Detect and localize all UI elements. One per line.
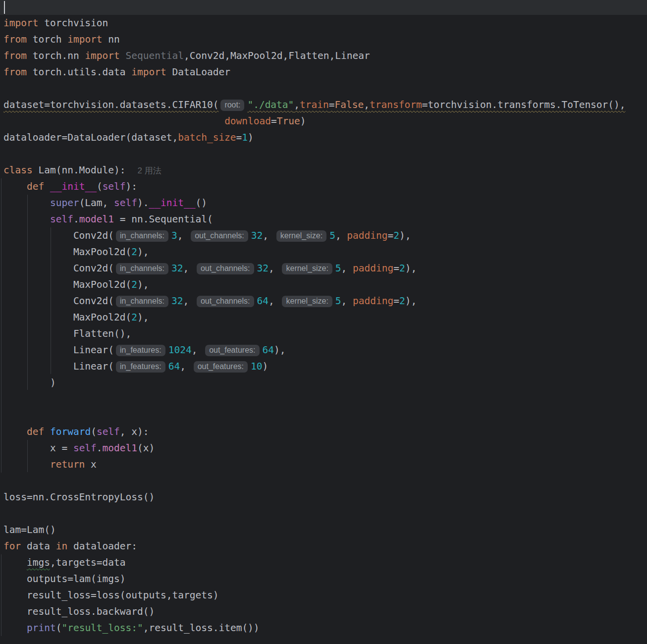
code-token: from — [3, 50, 27, 61]
code-token: import — [67, 34, 102, 45]
code-token: Linear( — [3, 361, 114, 372]
code-token: ) — [263, 361, 269, 372]
code-token: = nn.Sequential( — [114, 214, 213, 225]
code-token: Lam(nn.Module): — [33, 164, 126, 176]
code-token: dataloader: — [67, 540, 137, 552]
code-token: 1024 — [168, 344, 192, 356]
code-token: = — [329, 99, 335, 110]
code-line: class Lam(nn.Module):2 用法 — [0, 162, 647, 178]
code-line: MaxPool2d(2), — [0, 276, 647, 293]
code-line: Linear(in_features:64, out_features:10) — [0, 358, 647, 375]
code-token: 64 — [257, 295, 269, 307]
code-token: 5 — [329, 230, 335, 241]
code-token: Flatten(), — [3, 328, 131, 339]
code-token: from — [3, 34, 27, 45]
code-token: DataLoader — [166, 66, 230, 78]
code-token: "./data" — [247, 99, 294, 110]
code-token: self — [103, 181, 126, 192]
code-token: 3 — [171, 230, 177, 241]
code-token: 64 — [263, 344, 274, 356]
code-token: 5 — [335, 263, 341, 274]
text-cursor — [4, 1, 5, 14]
code-token: , — [341, 263, 353, 274]
code-line — [0, 505, 647, 522]
code-token: transform — [370, 99, 422, 110]
code-token: padding — [347, 230, 387, 241]
code-token: (x) — [137, 442, 155, 454]
code-token: 2 — [393, 230, 399, 241]
code-token: download — [224, 115, 271, 127]
code-token: def — [27, 426, 44, 437]
parameter-hint-chip: in_features: — [116, 345, 165, 356]
code-token: , — [364, 99, 370, 110]
parameter-hint-chip: in_channels: — [116, 263, 168, 274]
code-token: ,Conv2d,MaxPool2d,Flatten,Linear — [184, 50, 370, 61]
code-line: print("result_loss:",result_loss.item()) — [0, 620, 647, 636]
code-line: Conv2d(in_channels:32, out_channels:32, … — [0, 260, 647, 276]
code-token: Conv2d( — [3, 295, 114, 307]
code-token: outputs=lam(imgs) — [3, 573, 126, 585]
code-token: ), — [405, 263, 417, 274]
code-token: = — [236, 132, 242, 143]
code-token — [3, 197, 50, 209]
code-token: __init__ — [50, 181, 97, 192]
code-token: loss=nn.CrossEntropyLoss() — [3, 491, 155, 503]
code-token: ), — [137, 279, 149, 290]
code-token: padding — [353, 263, 393, 274]
parameter-hint-chip: out_channels: — [197, 263, 254, 274]
parameter-hint-chip: in_channels: — [116, 296, 168, 307]
code-token: MaxPool2d( — [3, 312, 131, 323]
code-token — [3, 557, 27, 568]
code-token: import — [3, 17, 38, 29]
indent-guide — [1, 554, 1, 636]
code-token: imgs — [27, 557, 50, 568]
code-token: torch.nn — [27, 50, 85, 61]
code-token: class — [3, 164, 33, 176]
code-token: =torchvision.transforms.ToTensor(), — [422, 99, 626, 110]
code-line: import torchvision — [0, 15, 647, 31]
parameter-hint-chip: in_channels: — [116, 230, 168, 242]
code-token: 5 — [335, 295, 341, 307]
code-line: Linear(in_features:1024, out_features:64… — [0, 342, 647, 358]
code-token: __init__ — [149, 197, 196, 209]
code-token: ), — [399, 230, 411, 241]
code-editor[interactable]: import torchvisionfrom torch import nnfr… — [0, 0, 647, 644]
code-token — [3, 622, 27, 634]
code-line: MaxPool2d(2), — [0, 309, 647, 325]
code-token: ) — [300, 115, 306, 127]
code-token — [3, 181, 27, 192]
code-line — [0, 391, 647, 407]
code-token: dataset=torchvision.datasets.CIFAR10( — [3, 99, 218, 110]
parameter-hint-chip: out_features: — [205, 345, 259, 356]
indent-guide — [1, 178, 1, 473]
code-token: 1 — [242, 132, 248, 143]
code-token: , — [341, 295, 353, 307]
code-token: 32 — [257, 263, 269, 274]
code-line: from torch.utils.data import DataLoader — [0, 64, 647, 80]
code-line — [0, 473, 647, 489]
code-token: = — [393, 295, 399, 307]
code-token: torch — [27, 34, 67, 45]
code-line: dataset=torchvision.datasets.CIFAR10(roo… — [0, 97, 647, 113]
code-token: lam=Lam() — [3, 524, 56, 536]
code-token: forward — [50, 426, 91, 437]
code-token: return — [50, 459, 85, 470]
code-line: dataloader=DataLoader(dataset,batch_size… — [0, 129, 647, 146]
code-token: 32 — [171, 263, 183, 274]
code-token: 10 — [251, 361, 262, 372]
code-token: self — [97, 426, 120, 437]
code-token — [120, 50, 126, 61]
code-line: Conv2d(in_channels:3, out_channels:32, k… — [0, 227, 647, 244]
code-token: train — [300, 99, 329, 110]
code-token: import — [131, 66, 166, 78]
code-token — [3, 115, 224, 127]
code-token — [3, 214, 50, 225]
code-line: self.model1 = nn.Sequential( — [0, 211, 647, 227]
parameter-hint-chip: out_channels: — [197, 296, 254, 307]
code-token: ), — [274, 344, 285, 356]
code-token: from — [3, 66, 27, 78]
code-token: import — [85, 50, 119, 61]
code-token: in — [56, 540, 67, 552]
code-token: = — [271, 115, 277, 127]
code-token: for — [3, 540, 21, 552]
